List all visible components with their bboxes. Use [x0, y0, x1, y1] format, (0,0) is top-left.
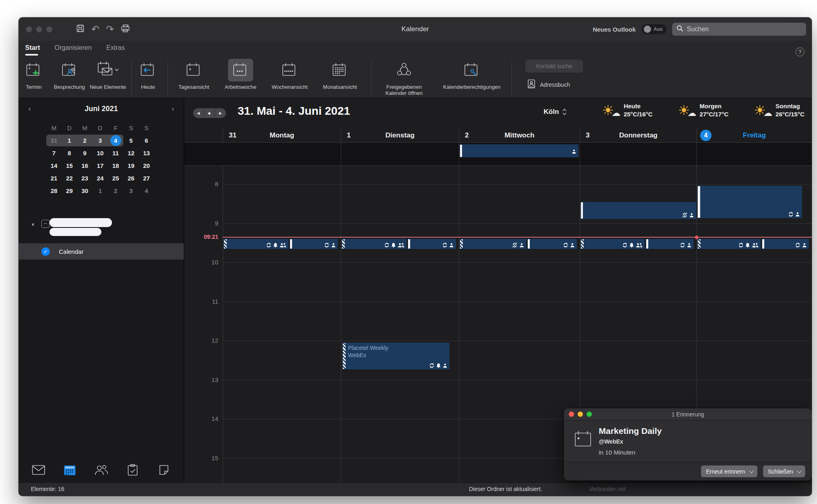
day-column[interactable]: [223, 166, 341, 483]
snooze-button[interactable]: Erneut erinnern: [701, 465, 757, 477]
minical-day[interactable]: 22: [62, 172, 77, 184]
meeting-event[interactable]: [527, 239, 577, 249]
minical-day[interactable]: 3: [123, 184, 139, 197]
minical-day[interactable]: 15: [62, 159, 77, 172]
tab-start[interactable]: Start: [25, 44, 40, 55]
wochenansicht-button[interactable]: Wochenansicht: [267, 59, 312, 90]
minical-day[interactable]: 10: [92, 147, 108, 159]
minical-day[interactable]: 20: [139, 159, 154, 172]
minical-day[interactable]: 1: [62, 134, 77, 147]
minical-day[interactable]: 14: [46, 159, 62, 172]
day-header-montag[interactable]: 31Montag: [223, 129, 341, 142]
person-icon: [795, 212, 800, 217]
minical-day[interactable]: 8: [62, 147, 77, 159]
zoom-window-button[interactable]: [46, 26, 52, 32]
meeting-event[interactable]: [697, 239, 761, 249]
collapse-box-icon[interactable]: −: [41, 220, 49, 228]
day-column[interactable]: [459, 166, 580, 483]
help-icon[interactable]: ?: [796, 47, 804, 56]
meeting-event[interactable]: [224, 239, 288, 249]
calendar-checkbox[interactable]: ✓: [41, 247, 50, 256]
adressbuch-button[interactable]: Adressbuch: [527, 79, 570, 90]
minical-day[interactable]: 25: [108, 172, 123, 184]
open-shared-calendar-button[interactable]: Freigegebenen Kalender öffnen: [376, 59, 432, 96]
tab-organisieren[interactable]: Organisieren: [54, 44, 92, 55]
minical-day[interactable]: 16: [77, 159, 92, 172]
meeting-event[interactable]: [342, 239, 406, 249]
minical-day[interactable]: 2: [108, 184, 123, 197]
minical-day[interactable]: 7: [46, 147, 62, 159]
calendar-list-item[interactable]: ✓ Calendar: [19, 243, 184, 260]
minical-next-icon[interactable]: ›: [172, 105, 174, 113]
close-window-button[interactable]: [26, 26, 32, 32]
goto-today-button[interactable]: ◆: [204, 108, 215, 118]
search-input[interactable]: Suchen: [672, 23, 806, 36]
minical-day[interactable]: 13: [139, 147, 154, 159]
tagesansicht-button[interactable]: Tagesansicht: [172, 59, 216, 90]
minical-day[interactable]: 6: [139, 134, 154, 147]
day-header-donnerstag[interactable]: 3Donnerstag: [580, 129, 697, 142]
minical-day[interactable]: 3: [92, 134, 108, 147]
minical-day[interactable]: 4: [139, 184, 154, 197]
prev-week-button[interactable]: ◀: [193, 108, 204, 118]
day-header-freitag[interactable]: 4Freitag: [697, 129, 812, 142]
day-header-mittwoch[interactable]: 2Mittwoch: [459, 129, 580, 142]
minical-day[interactable]: 4: [108, 134, 123, 147]
tab-extras[interactable]: Extras: [106, 44, 125, 55]
minical-day[interactable]: 19: [123, 159, 139, 172]
minimize-window-button[interactable]: [36, 26, 42, 32]
meeting-event[interactable]: [408, 239, 456, 249]
minical-day[interactable]: 30: [77, 184, 92, 197]
minical-day[interactable]: 18: [108, 159, 123, 172]
minical-day[interactable]: 24: [92, 172, 108, 184]
kontakt-suche-field[interactable]: Kontakt suche: [525, 60, 583, 73]
print-icon[interactable]: [120, 24, 130, 34]
minical-day[interactable]: 26: [123, 172, 139, 184]
meeting-event[interactable]: [460, 239, 526, 249]
minical-day[interactable]: 5: [123, 134, 139, 147]
minical-day[interactable]: 1: [92, 184, 108, 197]
all-day-event[interactable]: [460, 144, 578, 157]
notes-module-button[interactable]: [155, 462, 172, 478]
meeting-event[interactable]: [646, 239, 694, 249]
neues-outlook-toggle[interactable]: Aus: [641, 24, 666, 34]
tasks-module-button[interactable]: [124, 462, 141, 478]
mail-module-button[interactable]: [30, 462, 47, 478]
besprechung-button[interactable]: Besprechung: [47, 59, 92, 90]
redo-icon[interactable]: ↷: [106, 24, 114, 34]
location-stepper-icon[interactable]: [562, 108, 567, 116]
day-header-dienstag[interactable]: 1Dienstag: [341, 129, 459, 142]
day-number: 3: [586, 131, 589, 139]
meeting-event[interactable]: [697, 186, 802, 218]
heute-button[interactable]: Heute: [126, 59, 170, 90]
meeting-event[interactable]: [580, 239, 645, 249]
minical-day[interactable]: 21: [46, 172, 62, 184]
minical-day[interactable]: 9: [77, 147, 92, 159]
monatsansicht-button[interactable]: Monatsansicht: [318, 59, 362, 90]
undo-icon[interactable]: ↶: [91, 24, 99, 34]
next-week-button[interactable]: ▶: [215, 108, 226, 118]
minical-day[interactable]: 17: [92, 159, 108, 172]
day-column[interactable]: [341, 166, 459, 483]
meeting-event[interactable]: [290, 239, 338, 249]
people-module-button[interactable]: [93, 462, 110, 478]
meeting-event[interactable]: [580, 202, 696, 219]
calendar-module-button[interactable]: [61, 462, 78, 478]
minical-day[interactable]: 12: [123, 147, 139, 159]
chevron-down-icon[interactable]: ▾: [32, 221, 34, 227]
minical-day[interactable]: 27: [139, 172, 154, 184]
calendar-permissions-button[interactable]: Kalenderberechtigungen: [439, 59, 504, 90]
minical-day[interactable]: 29: [62, 184, 77, 197]
minical-day[interactable]: 28: [46, 184, 62, 197]
save-icon[interactable]: [76, 24, 85, 34]
minical-day[interactable]: 23: [77, 172, 92, 184]
minical-day[interactable]: 2: [77, 134, 92, 147]
dismiss-button[interactable]: Schließen: [763, 465, 805, 477]
placetel-weekly-event[interactable]: Placetel WeeklyWebEx: [342, 343, 449, 369]
neue-elemente-button[interactable]: Neue Elemente: [86, 59, 130, 90]
meeting-event[interactable]: [762, 239, 809, 249]
minical-day[interactable]: 11: [108, 147, 123, 159]
arbeitswoche-button[interactable]: Arbeitswoche: [218, 59, 263, 90]
weather-location[interactable]: Köln: [544, 108, 567, 116]
minical-day[interactable]: 31: [46, 134, 62, 147]
